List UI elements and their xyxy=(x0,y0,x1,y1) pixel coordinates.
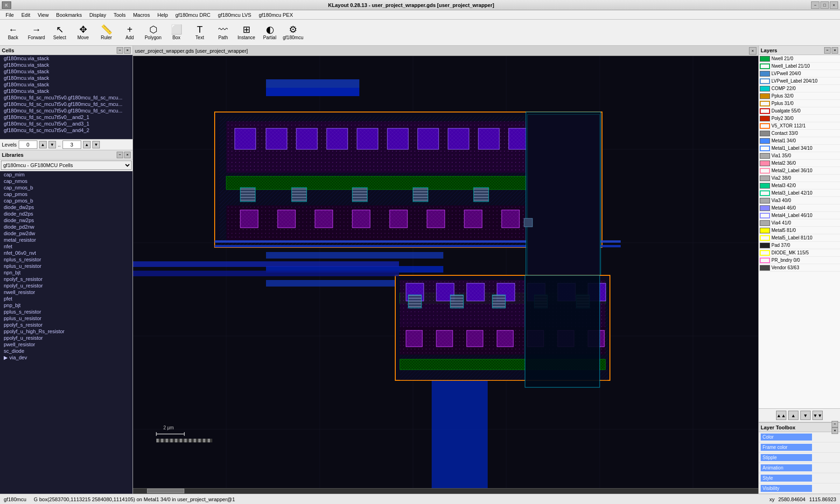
maximize-button[interactable]: □ xyxy=(820,1,829,9)
lib-item[interactable]: cap_nmos xyxy=(0,178,133,184)
layer-item[interactable]: DIODE_MK 115/5 xyxy=(759,249,840,257)
menu-item-gf180mcu-pex[interactable]: gf180mcu PEX xyxy=(255,11,296,19)
cell-item[interactable]: gf180mcu_fd_sc_mcu7t5v0.gf180mcu_fd_sc_m… xyxy=(0,101,133,107)
menu-item-edit[interactable]: Edit xyxy=(18,11,34,19)
lib-item[interactable]: pnp_bjt xyxy=(0,302,133,308)
minimize-button[interactable]: − xyxy=(811,1,819,9)
lib-item[interactable]: pplus_s_resistor xyxy=(0,308,133,315)
menu-item-help[interactable]: Help xyxy=(154,11,172,19)
cell-item[interactable]: gf180mcu.via_stack xyxy=(0,62,133,68)
libraries-close-btn[interactable]: × xyxy=(124,152,131,158)
menu-item-view[interactable]: View xyxy=(34,11,53,19)
layer-item[interactable]: Metal3 42/0 xyxy=(759,182,840,189)
menu-item-display[interactable]: Display xyxy=(85,11,110,19)
lib-item[interactable]: metal_resistor xyxy=(0,237,133,243)
menu-item-file[interactable]: File xyxy=(2,11,18,19)
layer-item[interactable]: Metal5 81/0 xyxy=(759,227,840,234)
toolbox-row-animation[interactable]: Animation xyxy=(759,463,840,473)
levels-to-up-btn[interactable]: ▲ xyxy=(83,141,91,148)
cell-item[interactable]: gf180mcu_fd_sc_mcu7t5v0.gf180mcu_fd_sc_m… xyxy=(0,94,133,101)
toolbox-row-color[interactable]: Color xyxy=(759,432,840,442)
layer-item[interactable]: COMP 22/0 xyxy=(759,85,840,92)
layers-close-btn[interactable]: × xyxy=(832,47,838,54)
scrollbar-thumb[interactable] xyxy=(147,489,184,493)
cell-item[interactable]: gf180mcu.via_stack xyxy=(0,68,133,75)
lib-item[interactable]: ppolyf_u_high_Rs_resistor xyxy=(0,328,133,335)
lib-item[interactable]: ppolyf_u_resistor xyxy=(0,335,133,341)
layer-item[interactable]: Metal4 46/0 xyxy=(759,204,840,212)
layer-item[interactable]: LVPwell_Label 204/10 xyxy=(759,77,840,85)
tool-select-button[interactable]: ↖Select xyxy=(49,21,71,44)
toolbox-row-frame-color[interactable]: Frame color xyxy=(759,442,840,453)
cell-item[interactable]: gf180mcu.via_stack xyxy=(0,81,133,88)
lib-item[interactable]: pplus_u_resistor xyxy=(0,315,133,322)
layer-item[interactable]: Via2 38/0 xyxy=(759,175,840,182)
lib-item[interactable]: pfet xyxy=(0,295,133,302)
layer-item[interactable]: Metal1_Label 34/10 xyxy=(759,145,840,152)
tool-instance-button[interactable]: ⊞Instance xyxy=(235,21,258,44)
layer-item[interactable]: Metal3_Label 42/10 xyxy=(759,189,840,197)
lib-item[interactable]: nplus_s_resistor xyxy=(0,256,133,263)
horizontal-scrollbar[interactable] xyxy=(133,488,758,494)
layers-collapse-btn[interactable]: − xyxy=(824,47,831,54)
canvas-viewport[interactable]: 2 µm xyxy=(133,56,758,494)
layer-item[interactable]: Metal4_Label 46/10 xyxy=(759,212,840,219)
levels-up-btn[interactable]: ▲ xyxy=(39,141,47,148)
menu-item-tools[interactable]: Tools xyxy=(110,11,129,19)
lib-item[interactable]: npolyf_s_resistor xyxy=(0,276,133,282)
tool-ruler-button[interactable]: 📏Ruler xyxy=(95,21,118,44)
layer-item[interactable]: Pad 37/0 xyxy=(759,242,840,249)
cell-item[interactable]: gf180mcu_fd_sc_mcu7t5v0__and3_1 xyxy=(0,120,133,127)
lib-selector[interactable]: gf180mcu - GF180MCU Pcells xyxy=(0,160,133,171)
levels-from-input[interactable]: 0 xyxy=(19,140,37,149)
lib-item[interactable]: pwell_resistor xyxy=(0,341,133,348)
tool-back-button[interactable]: ←Back xyxy=(2,21,24,44)
cell-item[interactable]: gf180mcu_fd_sc_mcu7t5v0__and2_1 xyxy=(0,114,133,120)
layer-item[interactable]: Metal5_Label 81/10 xyxy=(759,234,840,242)
lib-item[interactable]: cap_mim xyxy=(0,171,133,178)
layer-item[interactable]: Pplus 31/0 xyxy=(759,100,840,107)
tool-path-button[interactable]: 〰Path xyxy=(212,21,234,44)
layers-list[interactable]: Nwell 21/0Nwell_Label 21/10LVPwell 204/0… xyxy=(759,55,840,408)
lib-item[interactable]: nplus_u_resistor xyxy=(0,263,133,269)
toolbox-close-btn[interactable]: × xyxy=(832,427,838,434)
cells-list[interactable]: gf180mcu.via_stackgf180mcu.via_stackgf18… xyxy=(0,55,133,139)
menu-item-bookmarks[interactable]: Bookmarks xyxy=(52,11,85,19)
tool-add-button[interactable]: +Add xyxy=(119,21,141,44)
close-button[interactable]: × xyxy=(830,1,838,9)
lib-item[interactable]: diode_pd2nw xyxy=(0,224,133,230)
cell-item[interactable]: gf180mcu.via_stack xyxy=(0,75,133,81)
layer-item[interactable]: Dualgate 55/0 xyxy=(759,107,840,115)
cells-collapse-btn[interactable]: − xyxy=(117,47,123,54)
lib-item[interactable]: sc_diode xyxy=(0,348,133,354)
lib-item[interactable]: nwell_resistor xyxy=(0,289,133,295)
levels-to-input[interactable]: 3 xyxy=(63,140,81,149)
lib-item[interactable]: npolyf_u_resistor xyxy=(0,282,133,289)
layer-item[interactable]: Nwell_Label 21/10 xyxy=(759,63,840,70)
tool-forward-button[interactable]: →Forward xyxy=(25,21,48,44)
tool-gf180mcu-button[interactable]: ⚙gf180mcu xyxy=(282,21,304,44)
menu-item-gf180mcu-drc[interactable]: gf180mcu DRC xyxy=(172,11,214,19)
layer-item[interactable]: Metal2_Label 36/10 xyxy=(759,167,840,175)
toolbox-row-style[interactable]: Style xyxy=(759,473,840,483)
lib-item[interactable]: nfet xyxy=(0,243,133,250)
lib-item[interactable]: cap_pmos_b xyxy=(0,197,133,204)
canvas-close-btn[interactable]: × xyxy=(749,47,756,55)
layer-item[interactable]: Contact 33/0 xyxy=(759,130,840,137)
lib-item[interactable]: cap_pmos xyxy=(0,191,133,197)
layer-item[interactable]: Poly2 30/0 xyxy=(759,115,840,122)
tool-polygon-button[interactable]: ⬡Polygon xyxy=(142,21,164,44)
lib-item[interactable]: diode_dw2ps xyxy=(0,204,133,210)
lib-item[interactable]: diode_nd2ps xyxy=(0,210,133,217)
tool-box-button[interactable]: ⬜Box xyxy=(165,21,188,44)
lib-item[interactable]: ▶via_dev xyxy=(0,354,133,361)
cells-close-btn[interactable]: × xyxy=(124,47,131,54)
layer-item[interactable]: Metal1 34/0 xyxy=(759,137,840,145)
toolbox-row-visibility[interactable]: Visibility xyxy=(759,483,840,494)
toolbox-collapse-btn[interactable]: − xyxy=(832,421,838,427)
layer-item[interactable]: LVPwell 204/0 xyxy=(759,70,840,77)
tool-text-button[interactable]: TText xyxy=(189,21,211,44)
layer-item[interactable]: Metal2 36/0 xyxy=(759,160,840,167)
layer-top-btn[interactable]: ▲▲ xyxy=(776,411,786,420)
menu-item-macros[interactable]: Macros xyxy=(129,11,154,19)
